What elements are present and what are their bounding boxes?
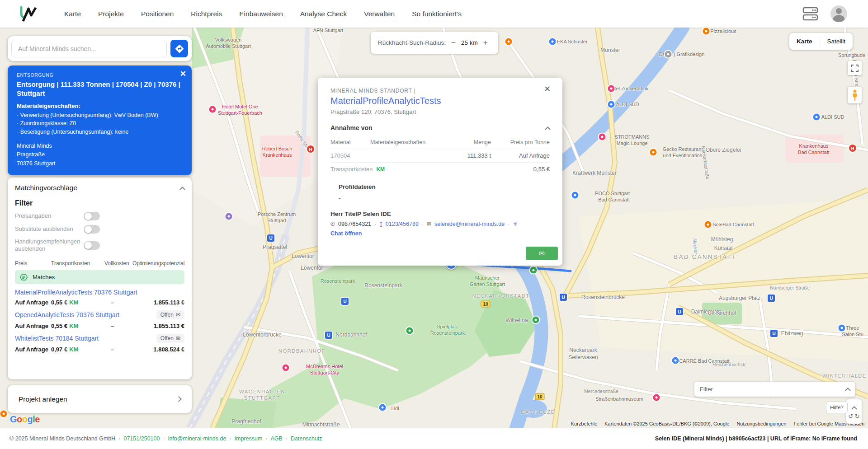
footer-link-agb[interactable]: AGB	[271, 435, 283, 442]
directions-button[interactable]	[170, 40, 188, 57]
google-letter: o	[22, 414, 28, 424]
transit-station-marker[interactable]: U	[325, 332, 332, 339]
contact-phone[interactable]: 0987/654321	[338, 221, 371, 227]
match-potential: 1.855.113 €	[132, 299, 184, 306]
radius-increase-button[interactable]: +	[483, 38, 488, 47]
poi-marker[interactable]	[0, 411, 7, 417]
section-collapse-chevron-icon[interactable]	[545, 126, 551, 132]
nav-item-richtpreis[interactable]: Richtpreis	[191, 10, 222, 18]
transit-station-marker[interactable]: U	[560, 294, 567, 301]
footer-link-impressum[interactable]: Impressum	[235, 435, 263, 442]
poi-marker[interactable]	[608, 85, 615, 92]
footer-link-info-mineral-minds-de[interactable]: info@mineral-minds.de	[168, 435, 226, 442]
poi-marker[interactable]	[608, 101, 615, 108]
map-canvas[interactable]: UUUUUUUHH▲1010 AFN StuttgartEDEKA Schust…	[0, 28, 868, 428]
match-status-badge[interactable]: Offen ✉	[156, 310, 184, 319]
column-header-optimierungspotenzial: Optimierungspotenzial	[132, 260, 184, 267]
directions-icon	[175, 44, 184, 54]
acceptance-section-title: Annahme von	[330, 124, 373, 131]
poi-marker[interactable]	[209, 106, 216, 113]
popup-title[interactable]: MaterialProfileAnalyticTests	[330, 96, 550, 106]
send-email-button[interactable]: ✉	[526, 247, 558, 260]
open-chat-link[interactable]: Chat öffnen	[330, 230, 362, 237]
mineral-minds-logo[interactable]	[18, 5, 38, 23]
help-button[interactable]: Hilfe?	[826, 402, 848, 413]
poi-marker[interactable]	[283, 365, 289, 371]
rotate-icons[interactable]: ↺ ↻	[848, 413, 859, 419]
poi-marker[interactable]	[533, 317, 539, 323]
map-rotate-control[interactable]: ↺ ↻	[846, 399, 862, 424]
poi-marker[interactable]	[530, 267, 537, 274]
footer-link-07151-250100[interactable]: 07151/250100	[124, 435, 160, 442]
hospital-marker[interactable]: H	[849, 145, 856, 152]
poi-marker[interactable]	[839, 325, 845, 332]
toggle-handlungsempfehlungen-ausblenden[interactable]	[84, 241, 100, 250]
attribution-kurzbefehle[interactable]: Kurzbefehle	[571, 421, 598, 426]
poi-marker[interactable]	[572, 192, 579, 199]
nav-item-analyse-check[interactable]: Analyse Check	[300, 10, 347, 18]
poi-marker[interactable]	[505, 38, 512, 45]
nav-item-projekte[interactable]: Projekte	[98, 10, 124, 18]
match-status-badge[interactable]: Offen ✉	[156, 334, 184, 343]
poi-marker[interactable]	[705, 221, 712, 228]
footer-link-datenschutz[interactable]: Datenschutz	[291, 435, 322, 442]
transport-value: 0,55 €	[51, 323, 67, 329]
poi-marker[interactable]	[653, 394, 660, 401]
server-stack-icon[interactable]	[802, 7, 819, 21]
email-icon: ✉	[427, 221, 431, 227]
radius-decrease-button[interactable]: −	[451, 38, 456, 47]
transit-station-marker[interactable]: U	[341, 298, 349, 305]
transit-station-marker[interactable]: U	[267, 234, 274, 242]
map-type-map-button[interactable]: Karte	[789, 33, 820, 50]
poi-marker[interactable]	[665, 51, 672, 58]
search-input[interactable]	[11, 40, 167, 57]
fullscreen-button[interactable]	[848, 61, 862, 75]
search-box	[8, 36, 192, 61]
disposal-bullet: · Zuordnungsklasse: Z0	[17, 119, 183, 128]
transit-station-marker[interactable]: U	[768, 295, 775, 302]
popup-kicker: MINERAL MINDS STANDORT |	[330, 88, 550, 94]
attribution-nutzungsbedi[interactable]: Nutzungsbedingungen	[736, 421, 786, 426]
poi-marker[interactable]	[703, 28, 710, 35]
transit-station-marker[interactable]: U	[770, 330, 778, 337]
poi-marker[interactable]	[672, 357, 679, 364]
transit-station-marker[interactable]: U	[676, 308, 683, 315]
poi-marker[interactable]	[226, 213, 232, 220]
match-link[interactable]: OpenedAnalyticTests 70376 Stuttgart	[15, 311, 119, 318]
match-link[interactable]: WhitelistTests 70184 Stuttgart	[15, 335, 99, 342]
poi-marker[interactable]	[813, 114, 820, 121]
user-avatar[interactable]	[830, 5, 847, 22]
nav-item-verwalten[interactable]: Verwalten	[364, 10, 395, 18]
popup-close-icon[interactable]: ✕	[544, 85, 551, 93]
match-list: MaterialProfileAnalyticTests 70376 Stutt…	[15, 289, 184, 353]
toggle-substitute-ausblenden[interactable]	[84, 225, 100, 234]
poi-marker[interactable]	[406, 327, 413, 334]
poi-marker[interactable]	[650, 149, 657, 156]
filter-toggle-row: Handlungsempfehlungen ausblenden	[15, 238, 184, 253]
nav-item-karte[interactable]: Karte	[64, 10, 81, 18]
contact-mobile[interactable]: 0123/456789	[386, 221, 419, 227]
poi-marker[interactable]	[599, 134, 606, 140]
pegman-button[interactable]	[848, 87, 862, 103]
toggle-preisangaben[interactable]	[84, 212, 100, 220]
map-filter-box[interactable]: Filter	[694, 382, 855, 397]
disposal-tag: ENTSORGUNG	[17, 72, 183, 78]
google-logo[interactable]: Google	[10, 414, 40, 425]
nav-item-positionen[interactable]: Positionen	[141, 10, 174, 18]
filter-collapse-chevron-icon[interactable]	[845, 388, 851, 393]
poi-marker[interactable]	[379, 404, 386, 411]
map-type-satellite-button[interactable]: Satellit	[820, 33, 853, 50]
filter-heading: Filter	[15, 199, 184, 207]
disposal-title: Entsorgung | 111.333 Tonnen | 170504 | Z…	[17, 80, 183, 98]
nav-item-so-funktioniert-s[interactable]: So funktioniert's	[412, 10, 462, 18]
tilt-up-icon[interactable]	[851, 406, 857, 412]
poi-marker[interactable]	[549, 38, 556, 45]
disposal-city: 70376 Stuttgart	[17, 159, 183, 168]
create-project-button[interactable]: Projekt anlegen	[8, 385, 192, 413]
nav-item-einbauweisen[interactable]: Einbauweisen	[239, 10, 283, 18]
match-link[interactable]: MaterialProfileAnalyticTests 70376 Stutt…	[15, 289, 137, 296]
collapse-chevron-icon[interactable]	[179, 186, 185, 192]
hospital-marker[interactable]: H	[307, 145, 314, 153]
contact-email[interactable]: selenide@mineral-minds.de	[434, 221, 505, 227]
material-code: 170504	[330, 152, 370, 159]
